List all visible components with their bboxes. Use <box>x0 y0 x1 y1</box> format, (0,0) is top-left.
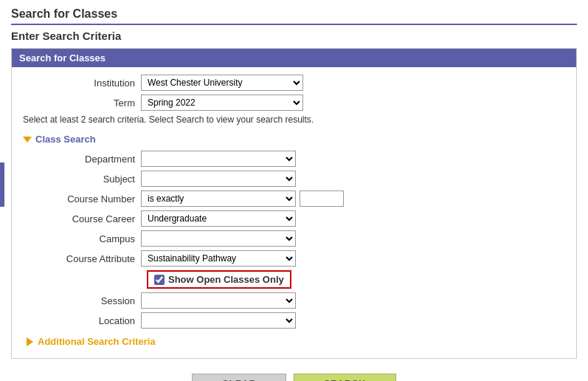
course-attribute-label: Course Attribute <box>23 253 141 264</box>
course-number-label: Course Number <box>23 193 141 205</box>
subject-row: Subject <box>23 171 565 187</box>
institution-select[interactable]: West Chester University <box>141 75 303 91</box>
page-title: Search for Classes <box>11 7 577 25</box>
section-subtitle: Enter Search Criteria <box>11 30 577 42</box>
location-select[interactable] <box>141 312 296 329</box>
location-label: Location <box>23 315 141 326</box>
department-row: Department <box>23 151 565 167</box>
additional-search-label: Additional Search Criteria <box>38 336 156 347</box>
triangle-icon <box>23 137 32 143</box>
show-open-classes-checkbox[interactable] <box>154 275 165 285</box>
campus-row: Campus <box>23 230 565 247</box>
term-row: Term Spring 2022 <box>23 95 565 111</box>
additional-search-section[interactable]: Additional Search Criteria <box>27 336 565 347</box>
left-accent <box>0 162 4 207</box>
session-select[interactable] <box>141 292 296 309</box>
course-number-controls: is exactly contains begins with greater … <box>141 190 344 207</box>
subject-select[interactable] <box>141 171 296 187</box>
panel-header: Search for Classes <box>12 49 576 67</box>
term-select[interactable]: Spring 2022 <box>141 95 303 111</box>
clear-button[interactable]: Clear <box>192 374 286 381</box>
department-label: Department <box>23 154 141 165</box>
institution-label: Institution <box>23 78 141 89</box>
course-number-input[interactable] <box>300 190 344 207</box>
additional-triangle-icon <box>27 337 33 346</box>
class-search-label: Class Search <box>35 134 96 145</box>
show-open-classes-label: Show Open Classes Only <box>168 274 284 285</box>
info-text: Select at least 2 search criteria. Selec… <box>23 114 565 125</box>
subject-label: Subject <box>23 174 141 185</box>
course-career-row: Course Career Undergraduate Graduate <box>23 210 565 227</box>
department-select[interactable] <box>141 151 296 167</box>
course-attribute-row: Course Attribute Sustainability Pathway <box>23 250 565 267</box>
button-row: Clear Search <box>11 374 577 381</box>
institution-row: Institution West Chester University <box>23 75 565 91</box>
course-attribute-select[interactable]: Sustainability Pathway <box>141 250 296 267</box>
search-button[interactable]: Search <box>294 374 396 381</box>
session-label: Session <box>23 295 141 306</box>
panel-body: Institution West Chester University Term… <box>12 67 576 358</box>
course-career-select[interactable]: Undergraduate Graduate <box>141 210 296 227</box>
course-career-label: Course Career <box>23 213 141 224</box>
course-number-row: Course Number is exactly contains begins… <box>23 190 565 207</box>
class-search-header: Class Search <box>23 134 565 145</box>
search-panel: Search for Classes Institution West Ches… <box>11 48 577 359</box>
location-row: Location <box>23 312 565 329</box>
show-open-classes-row: Show Open Classes Only <box>147 270 565 289</box>
session-row: Session <box>23 292 565 309</box>
campus-select[interactable] <box>141 230 296 247</box>
term-label: Term <box>23 97 141 109</box>
course-number-operator-select[interactable]: is exactly contains begins with greater … <box>141 190 296 207</box>
show-open-classes-box: Show Open Classes Only <box>147 270 291 289</box>
campus-label: Campus <box>23 233 141 244</box>
